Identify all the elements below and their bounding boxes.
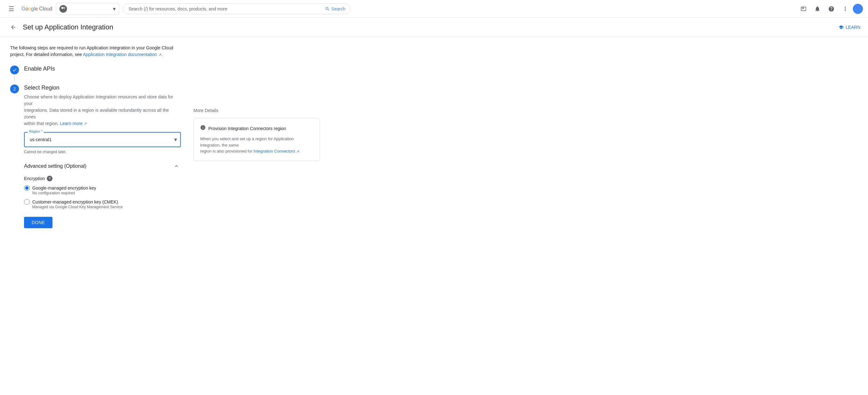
cannot-change-hint: Cannot be changed later.	[24, 150, 181, 154]
integration-connectors-link[interactable]: Integration Connectors ↗	[253, 149, 299, 153]
external-link-icon: ↗	[158, 53, 161, 57]
google-cloud-logo[interactable]: Google Cloud	[22, 6, 52, 12]
step-1: Enable APIs	[10, 65, 181, 82]
right-panel: More Details Provision Integration Conne…	[193, 45, 858, 236]
provision-connectors-card: Provision Integration Connectors region …	[193, 118, 320, 161]
cloud-text: Cloud	[39, 6, 53, 12]
step-1-check-icon	[10, 65, 19, 75]
google-managed-desc: No configuration required	[32, 191, 181, 195]
search-button[interactable]: Search	[325, 6, 345, 11]
encryption-label: Encryption ?	[24, 176, 181, 181]
advanced-settings-header: Advanced setting (Optional)	[24, 162, 181, 171]
step-2-title: Select Region	[24, 85, 181, 91]
region-select[interactable]: us-central1 us-east1 europe-west1 asia-e…	[24, 132, 181, 147]
step-connector-line	[14, 76, 15, 81]
svg-point-0	[61, 7, 63, 9]
main-content: The following steps are required to run …	[0, 37, 868, 244]
collapse-button[interactable]	[172, 162, 181, 171]
notifications-button[interactable]	[811, 3, 824, 15]
google-managed-option: Google-managed encryption key No configu…	[24, 185, 181, 195]
learn-more-external-icon: ↗	[84, 121, 87, 126]
user-avatar[interactable]	[853, 4, 863, 14]
more-options-button[interactable]	[839, 3, 851, 15]
topbar-left: ☰ Google Cloud ▾	[5, 3, 119, 15]
google-managed-radio[interactable]	[24, 185, 30, 191]
cmek-desc: Managed via Google Cloud Key Management …	[32, 205, 181, 209]
step-1-title: Enable APIs	[24, 65, 181, 72]
project-selector[interactable]: ▾	[56, 3, 119, 15]
cmek-label: Customer-managed encryption key (CMEK)	[32, 199, 118, 204]
step-1-content: Enable APIs	[24, 65, 181, 82]
cmek-radio-label[interactable]: Customer-managed encryption key (CMEK)	[24, 199, 181, 205]
more-details-title: More Details	[193, 108, 858, 113]
card-header: Provision Integration Connectors region	[200, 125, 313, 132]
card-body: When you select and set up a region for …	[200, 136, 313, 154]
help-button[interactable]	[825, 3, 838, 15]
step-2: 2 Select Region Choose where to deploy A…	[10, 85, 181, 233]
info-icon	[200, 125, 206, 132]
google-text: Google	[22, 6, 38, 12]
topbar-right	[797, 3, 863, 15]
learn-link[interactable]: LEARN	[839, 25, 860, 30]
region-field: Region * us-central1 us-east1 europe-wes…	[24, 132, 181, 147]
page-title: Set up Application Integration	[23, 23, 113, 31]
hamburger-menu-button[interactable]: ☰	[5, 3, 18, 15]
region-label: Region *	[28, 130, 43, 133]
encryption-help-icon[interactable]: ?	[47, 176, 53, 181]
encryption-section: Encryption ? Google-managed encryption k…	[24, 176, 181, 209]
step-2-content: Select Region Choose where to deploy App…	[24, 85, 181, 233]
step-2-indicator: 2	[10, 85, 19, 233]
topbar: ☰ Google Cloud ▾ Search (/) for resource…	[0, 0, 868, 18]
step-2-number-icon: 2	[10, 85, 19, 93]
left-panel: The following steps are required to run …	[10, 45, 181, 236]
dropdown-arrow-icon: ▾	[113, 5, 116, 12]
search-button-label: Search	[331, 6, 345, 11]
google-managed-radio-label[interactable]: Google-managed encryption key	[24, 185, 181, 191]
subheader: Set up Application Integration LEARN	[0, 18, 868, 37]
card-title: Provision Integration Connectors region	[208, 126, 286, 131]
cmek-option: Customer-managed encryption key (CMEK) M…	[24, 199, 181, 209]
svg-point-1	[63, 7, 65, 9]
done-button[interactable]: DONE	[24, 217, 53, 228]
step-2-description: Choose where to deploy Application Integ…	[24, 94, 181, 127]
steps-container: Enable APIs 2 Select Region Choose where…	[10, 65, 181, 236]
advanced-settings-title: Advanced setting (Optional)	[24, 163, 86, 169]
google-managed-label: Google-managed encryption key	[32, 186, 96, 191]
intro-text: The following steps are required to run …	[10, 45, 181, 58]
back-button[interactable]	[8, 22, 19, 33]
cmek-radio[interactable]	[24, 199, 30, 205]
terminal-button[interactable]	[797, 3, 810, 15]
connectors-external-link-icon: ↗	[296, 149, 299, 154]
project-avatar	[59, 5, 67, 13]
step-1-indicator	[10, 65, 19, 82]
learn-more-link[interactable]: Learn more ↗	[60, 121, 87, 126]
search-placeholder-text: Search (/) for resources, docs, products…	[128, 6, 322, 11]
search-bar[interactable]: Search (/) for resources, docs, products…	[123, 3, 350, 14]
docs-link[interactable]: Application Integration documentation ↗	[83, 52, 161, 57]
